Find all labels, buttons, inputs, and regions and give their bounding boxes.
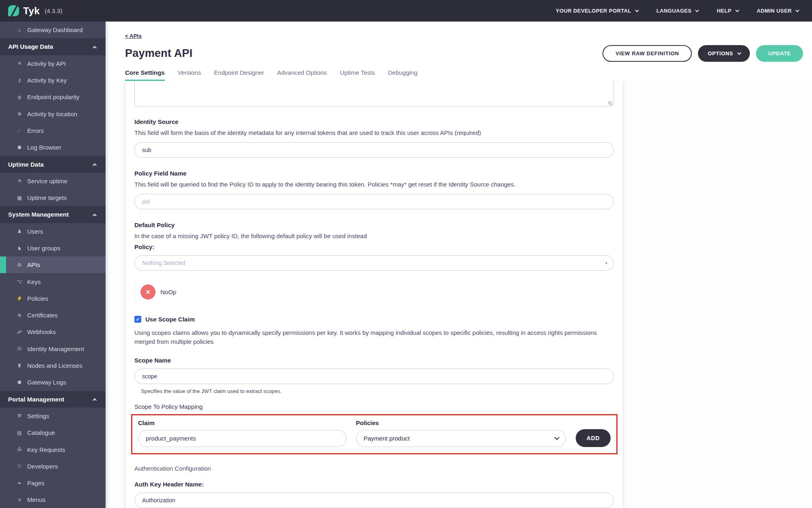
- phone-icon: ☏: [16, 346, 23, 352]
- sidebar-item-label: Certificates: [27, 312, 58, 319]
- use-scope-claim-checkbox[interactable]: ✓: [134, 316, 141, 323]
- sidebar-item-uptime-targets[interactable]: ▦Uptime targets: [0, 189, 106, 206]
- use-scope-claim-description: Using scopes claims allows you to dynami…: [134, 328, 607, 346]
- policy-label: Policy:: [134, 243, 614, 250]
- sidebar-item-gateway-logs[interactable]: ⚉Gateway Logs: [0, 374, 106, 391]
- options-button[interactable]: OPTIONS: [698, 45, 750, 62]
- monitor-icon: ⌂: [16, 27, 23, 33]
- chevron-up-icon: [93, 46, 97, 50]
- sitemap-icon: ⌥: [16, 279, 23, 284]
- brand-version: (4.3.3): [45, 7, 62, 14]
- tab-debugging[interactable]: Debugging: [388, 69, 417, 81]
- sidebar-section-api-usage-data[interactable]: API Usage Data: [0, 38, 106, 55]
- default-policy-select[interactable]: Nothing Selected ▾: [134, 255, 614, 271]
- sidebar-item-label: Gateway Dashboard: [27, 26, 83, 33]
- tab-endpoint-designer[interactable]: Endpoint Designer: [214, 69, 264, 81]
- sidebar: ⌂Gateway DashboardAPI Usage Data✳Activit…: [0, 22, 106, 508]
- identity-source-label: Identity Source: [134, 118, 614, 125]
- tab-advanced-options[interactable]: Advanced Options: [277, 69, 327, 81]
- sidebar-section-system-management[interactable]: System Management: [0, 206, 106, 223]
- chevron-up-icon: [93, 398, 97, 402]
- bug-icon: ⚉: [16, 145, 23, 150]
- add-button[interactable]: ADD: [576, 429, 611, 447]
- scope-name-help: Specifies the value of the JWT claim use…: [141, 388, 614, 394]
- paw-icon: ⁂: [16, 447, 23, 452]
- sidebar-item-webhooks[interactable]: ☍Webhooks: [0, 323, 106, 340]
- sidebar-item-users[interactable]: ♟Users: [0, 223, 106, 240]
- top-bar: Tyk (4.3.3) YOUR DEVELOPER PORTALLANGUAG…: [0, 0, 812, 22]
- sidebar-item-activity-by-api[interactable]: ✳Activity by API: [0, 55, 106, 72]
- sidebar-item-gateway-dashboard[interactable]: ⌂Gateway Dashboard: [0, 22, 106, 38]
- sidebar-item-key-requests[interactable]: ⁂Key Requests: [0, 441, 106, 458]
- sidebar-item-errors[interactable]: ☄Errors: [0, 122, 106, 139]
- breadcrumb-apis-link[interactable]: < APIs: [125, 33, 142, 39]
- tab-versions[interactable]: Versions: [178, 69, 201, 81]
- sidebar-item-service-uptime[interactable]: ✳Service uptime: [0, 173, 106, 189]
- sidebar-item-user-groups[interactable]: ♞User groups: [0, 240, 106, 256]
- top-menu-admin-user[interactable]: ADMIN USER: [757, 8, 798, 14]
- people-icon: ⚇: [16, 463, 23, 469]
- top-menu-help[interactable]: HELP: [717, 8, 738, 14]
- sidebar-item-label: Endpoint popularity: [27, 93, 79, 100]
- top-menu-your-developer-portal[interactable]: YOUR DEVELOPER PORTAL: [556, 8, 638, 14]
- resize-handle-icon[interactable]: [608, 101, 612, 105]
- view-raw-definition-button[interactable]: VIEW RAW DEFINITION: [603, 45, 692, 62]
- sidebar-item-activity-by-location[interactable]: ⊕Activity by location: [0, 105, 106, 122]
- sidebar-item-endpoint-popularity[interactable]: ψEndpoint popularity: [0, 89, 106, 105]
- sidebar-section-label: Uptime Data: [8, 161, 44, 168]
- policies-select[interactable]: Payment product: [356, 430, 566, 447]
- bomb-icon: ☄: [16, 128, 23, 133]
- policy-field-name-input[interactable]: [134, 194, 614, 209]
- user-group-icon: ♞: [16, 245, 23, 251]
- bank-icon: ♜: [16, 363, 23, 369]
- scope-name-input[interactable]: [134, 369, 614, 384]
- top-menu-label: ADMIN USER: [757, 8, 792, 14]
- sidebar-item-menus[interactable]: ≡Menus: [0, 491, 106, 508]
- sidebar-item-label: Uptime targets: [27, 194, 67, 201]
- api-description-textarea[interactable]: [134, 81, 614, 107]
- remove-policy-button[interactable]: ✕: [140, 284, 155, 300]
- auth-key-header-name-label: Auth Key Header Name:: [134, 481, 614, 488]
- bug-icon: ⚉: [16, 380, 23, 385]
- sidebar-item-label: Policies: [27, 295, 48, 302]
- default-policy-label: Default Policy: [134, 221, 614, 228]
- page-title: Payment API: [125, 47, 192, 60]
- sidebar-item-keys[interactable]: ⌥Keys: [0, 273, 106, 290]
- sidebar-item-policies[interactable]: ⚡Policies: [0, 290, 106, 307]
- sidebar-item-log-browser[interactable]: ⚉Log Browser: [0, 139, 106, 156]
- sidebar-section-label: System Management: [8, 211, 69, 218]
- chevron-down-icon: [795, 8, 799, 12]
- sidebar-item-nodes-and-licenses[interactable]: ♜Nodes and Licenses: [0, 357, 106, 374]
- top-menu-languages[interactable]: LANGUAGES: [657, 8, 698, 14]
- identity-source-help: This field will form the basis of the id…: [134, 128, 614, 137]
- tab-core-settings[interactable]: Core Settings: [125, 69, 165, 81]
- policy-icon: ⚡: [16, 295, 23, 301]
- claim-input[interactable]: [138, 430, 346, 447]
- tab-uptime-tests[interactable]: Uptime Tests: [340, 69, 375, 81]
- sidebar-item-developers[interactable]: ⚇Developers: [0, 458, 106, 475]
- sidebar-item-label: Menus: [27, 496, 45, 503]
- sidebar-item-label: Webhooks: [27, 328, 56, 335]
- identity-source-input[interactable]: [134, 142, 614, 158]
- sidebar-item-certificates[interactable]: ✵Certificates: [0, 307, 106, 323]
- sidebar-item-settings[interactable]: ⚒Settings: [0, 408, 106, 424]
- sidebar-item-label: Activity by location: [27, 111, 77, 117]
- update-button[interactable]: UPDATE: [756, 45, 803, 62]
- chevron-down-icon: [635, 8, 639, 12]
- sidebar-section-label: API Usage Data: [8, 43, 53, 50]
- sidebar-item-apis[interactable]: ⚙APIs: [0, 256, 106, 273]
- scope-mapping-highlight-box: Claim Policies Payment product ADD: [131, 414, 618, 454]
- leaf-icon: ❧: [16, 480, 23, 486]
- use-scope-claim-row[interactable]: ✓ Use Scope Claim: [134, 316, 614, 323]
- sidebar-section-portal-management[interactable]: Portal Management: [0, 391, 106, 408]
- sidebar-item-label: User groups: [27, 245, 60, 252]
- certificate-icon: ✵: [16, 313, 23, 318]
- auth-key-header-input[interactable]: [134, 493, 614, 508]
- sidebar-item-pages[interactable]: ❧Pages: [0, 475, 106, 491]
- sidebar-item-identity-management[interactable]: ☏Identity Management: [0, 341, 106, 357]
- sidebar-item-activity-by-key[interactable]: ⚷Activity by Key: [0, 72, 106, 89]
- sidebar-item-catalogue[interactable]: ▤Catalogue: [0, 424, 106, 441]
- sidebar-section-uptime-data[interactable]: Uptime Data: [0, 156, 106, 172]
- chevron-down-icon: [737, 51, 741, 55]
- wrench-icon: ⚒: [16, 413, 23, 419]
